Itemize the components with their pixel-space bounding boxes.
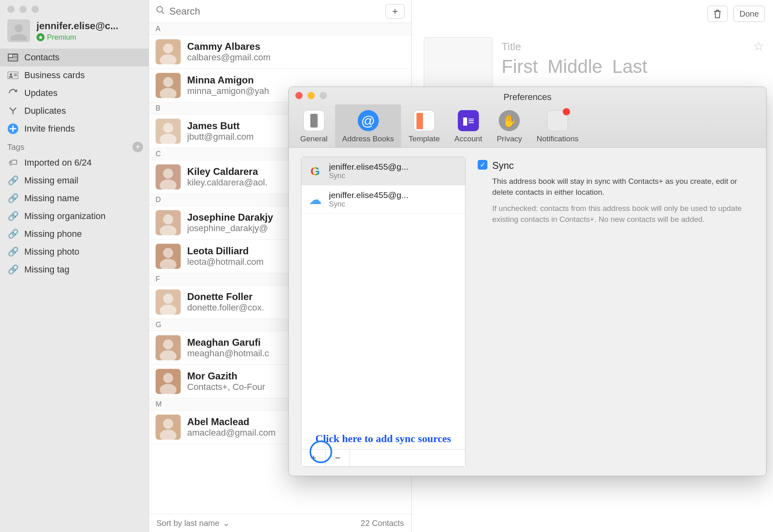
close-dot[interactable]: [7, 6, 15, 13]
tab-template[interactable]: Template: [401, 104, 447, 147]
tag-missing-email[interactable]: 🔗Missing email: [0, 172, 149, 189]
google-icon: G: [307, 163, 323, 179]
svg-point-20: [163, 123, 173, 133]
tag-missing-tag[interactable]: 🔗Missing tag: [0, 261, 149, 279]
contact-name: Abel Maclead: [187, 416, 275, 428]
contact-email: leota@hotmail.com: [187, 257, 264, 267]
tab-notifications[interactable]: Notifications: [529, 104, 586, 147]
svg-rect-4: [9, 58, 17, 59]
user-email: jennifer.elise@c...: [36, 20, 118, 32]
sidebar: jennifer.elise@c... ★ Premium Contacts B…: [0, 0, 149, 532]
svg-rect-10: [14, 75, 17, 76]
contact-photo: [156, 164, 181, 189]
address-book-list: G jeniffer.elise455@g...Sync ☁ jeniffer.…: [301, 157, 466, 467]
sync-checkbox[interactable]: ✓: [478, 160, 487, 170]
contact-name: Mor Gazith: [187, 370, 265, 382]
svg-point-14: [163, 43, 173, 53]
nav-business-cards[interactable]: Business cards: [0, 66, 149, 84]
contact-photo: [156, 210, 181, 235]
add-tag-button[interactable]: +: [132, 142, 143, 152]
contact-photo: [156, 244, 181, 269]
contact-row[interactable]: Cammy Albarescalbares@gmail.com: [149, 35, 411, 69]
svg-rect-1: [9, 55, 12, 57]
nav-invite[interactable]: Invite friends: [0, 120, 149, 138]
chevron-down-icon: ⌄: [223, 518, 230, 528]
user-avatar: [7, 19, 30, 42]
search-input[interactable]: [169, 6, 381, 17]
contact-photo: [156, 73, 181, 98]
link-icon: 🔗: [7, 246, 19, 257]
tag-missing-name[interactable]: 🔗Missing name: [0, 189, 149, 207]
svg-point-23: [163, 168, 173, 179]
template-icon: [414, 110, 435, 131]
icloud-icon: ☁: [307, 192, 323, 208]
contact-email: meaghan@hotmail.c: [187, 348, 269, 359]
tab-account[interactable]: ▮≡Account: [447, 104, 490, 147]
contact-name: Cammy Albares: [187, 41, 271, 52]
delete-button[interactable]: [707, 6, 728, 22]
tag-missing-org[interactable]: 🔗Missing organization: [0, 207, 149, 225]
contacts-icon: [7, 52, 19, 63]
done-button[interactable]: Done: [733, 6, 765, 22]
zoom-dot[interactable]: [32, 6, 39, 13]
svg-point-32: [163, 294, 173, 304]
preferences-window: Preferences General @Address Books Templ…: [288, 87, 767, 476]
merge-icon: [7, 105, 19, 117]
contact-photo: [156, 335, 181, 360]
contact-email: jbutt@gmail.com: [187, 132, 254, 142]
book-list-actions: + −: [301, 449, 465, 466]
contact-name: Leota Dilliard: [187, 245, 264, 257]
contact-email: calbares@gmail.com: [187, 52, 271, 63]
add-contact-button[interactable]: +: [385, 4, 405, 19]
first-name-field[interactable]: First: [502, 55, 538, 77]
prefs-title: Preferences: [289, 92, 766, 102]
nav-contacts[interactable]: Contacts: [0, 49, 149, 66]
middle-name-field[interactable]: Middle: [547, 55, 602, 77]
contact-email: minna_amigon@yah: [187, 86, 269, 96]
tag-imported[interactable]: 🏷Imported on 6/24: [0, 154, 149, 172]
section-header: A: [149, 23, 411, 35]
favorite-star-icon[interactable]: ☆: [753, 39, 764, 53]
card-icon: [7, 70, 19, 81]
nav-duplicates[interactable]: Duplicates: [0, 102, 149, 120]
primary-nav: Contacts Business cards Updates Duplicat…: [0, 49, 149, 138]
tags-list: 🏷Imported on 6/24 🔗Missing email 🔗Missin…: [0, 154, 149, 279]
tab-privacy[interactable]: ✋Privacy: [489, 104, 529, 147]
contact-photo: [156, 369, 181, 394]
book-item-google[interactable]: G jeniffer.elise455@g...Sync: [301, 157, 465, 185]
svg-rect-8: [9, 76, 13, 78]
nav-updates[interactable]: Updates: [0, 84, 149, 102]
sync-settings: ✓ Sync This address book will stay in sy…: [466, 148, 766, 476]
star-badge-icon: ★: [36, 33, 45, 41]
link-icon: 🔗: [7, 264, 19, 275]
search-bar: +: [149, 0, 411, 23]
sort-selector[interactable]: Sort by last name ⌄: [156, 518, 230, 528]
minimize-dot[interactable]: [19, 6, 27, 13]
add-source-button[interactable]: +: [301, 449, 326, 466]
account-row[interactable]: jennifer.elise@c... ★ Premium: [0, 16, 149, 49]
contact-email: kiley.caldarera@aol.: [187, 177, 267, 188]
svg-rect-5: [9, 60, 17, 60]
last-name-field[interactable]: Last: [612, 55, 647, 77]
tab-address-books[interactable]: @Address Books: [335, 104, 401, 147]
remove-source-button[interactable]: −: [326, 449, 350, 466]
invite-icon: [7, 123, 19, 134]
sync-label: Sync: [492, 160, 514, 171]
contact-email: josephine_darakjy@: [187, 223, 273, 234]
name-fields: Title First Middle Last: [502, 40, 647, 77]
tab-general[interactable]: General: [293, 104, 335, 147]
contact-email: donette.foller@cox.: [187, 302, 264, 313]
at-icon: @: [358, 110, 379, 131]
tag-missing-phone[interactable]: 🔗Missing phone: [0, 225, 149, 243]
account-icon: ▮≡: [458, 110, 479, 131]
link-icon: 🔗: [7, 175, 19, 186]
book-item-icloud[interactable]: ☁ jeniffer.elise455@g...Sync: [301, 185, 465, 214]
sync-description: This address book will stay in sync with…: [492, 176, 754, 198]
contact-name: Meaghan Garufi: [187, 337, 269, 348]
title-field[interactable]: Title: [502, 40, 647, 53]
tag-icon: 🏷: [7, 157, 19, 168]
svg-point-12: [157, 6, 162, 12]
tag-missing-photo[interactable]: 🔗Missing photo: [0, 243, 149, 261]
window-controls: [0, 0, 149, 16]
updates-icon: [7, 87, 19, 99]
